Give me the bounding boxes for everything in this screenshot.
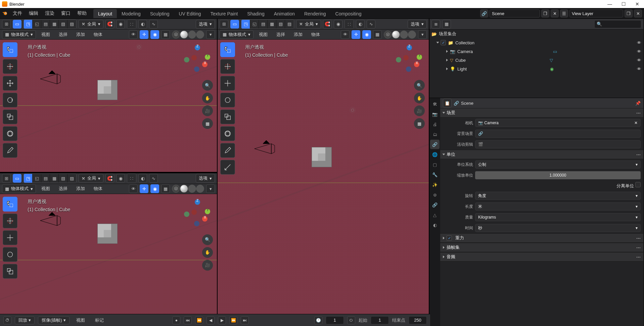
tab-scene-icon[interactable]: 🔗 <box>430 140 440 149</box>
select-box-tool[interactable] <box>3 42 17 57</box>
vp-menu-object[interactable]: 物体 <box>90 32 106 38</box>
options-dropdown[interactable]: 选项▾ <box>196 20 215 29</box>
default-light[interactable] <box>134 42 144 52</box>
nav-gizmo[interactable]: ZYX <box>396 45 423 72</box>
rotate-tool[interactable] <box>3 93 17 107</box>
select-tool-toggle-icon[interactable]: ▭ <box>13 174 21 183</box>
timeline-view[interactable]: 视图 <box>73 317 88 323</box>
tab-modeling[interactable]: Modeling <box>117 9 145 18</box>
keyframe-prev-icon[interactable]: ⏪ <box>195 316 203 324</box>
panel-gravity[interactable]: ✓重力⋯ <box>440 233 643 243</box>
autokey-icon[interactable]: ● <box>172 316 180 324</box>
cursor-tool[interactable] <box>3 214 17 228</box>
unit-scale-field[interactable]: 1.000000 <box>475 171 641 179</box>
camera-view-icon[interactable]: 🎥 <box>202 105 213 116</box>
cursor-tool[interactable] <box>3 59 17 74</box>
timeline-marker[interactable]: 标记 <box>92 317 107 323</box>
tab-rendering[interactable]: Rendering <box>300 9 331 18</box>
blender-logo-icon[interactable] <box>0 8 9 18</box>
window-close-icon[interactable]: ✕ <box>635 1 639 7</box>
shading-modes[interactable]: ⦾ <box>172 31 204 39</box>
extra-icon[interactable]: ◐ <box>138 20 147 29</box>
zoom-icon[interactable]: 🔍 <box>202 80 213 91</box>
scale-tool[interactable] <box>3 264 17 279</box>
default-camera[interactable] <box>37 212 57 226</box>
vp-menu-select[interactable]: 选择 <box>55 32 71 38</box>
tab-material-icon[interactable]: ◐ <box>430 220 440 230</box>
play-reverse-icon[interactable]: ◀ <box>206 316 215 324</box>
scale-tool[interactable] <box>220 109 235 124</box>
keyframe-next-icon[interactable]: ⏩ <box>229 316 237 324</box>
rotate-tool[interactable] <box>3 247 17 262</box>
tab-layout[interactable]: Layout <box>93 9 117 18</box>
visible-icon[interactable]: 👁 <box>637 66 641 72</box>
tab-constraints-icon[interactable]: 🔗 <box>430 200 440 209</box>
tab-modifier-icon[interactable]: 🔧 <box>430 170 440 179</box>
orientation-dropdown[interactable]: ⤧全局▾ <box>296 20 321 29</box>
tab-shading[interactable]: Shading <box>242 9 269 18</box>
outliner-item-camera[interactable]: 📷Camera▭👁 <box>429 47 643 56</box>
tab-viewlayer-icon[interactable]: 🗂 <box>430 130 440 139</box>
nav-gizmo[interactable]: ZYX <box>184 199 211 226</box>
cursor-tool[interactable] <box>220 59 235 74</box>
visible-icon[interactable]: 👁 <box>637 40 641 45</box>
transform-tool[interactable] <box>220 126 235 141</box>
display-mode-icon[interactable]: ▦ <box>442 20 451 29</box>
tab-compositing[interactable]: Compositing <box>331 9 366 18</box>
tab-mesh-icon[interactable]: △ <box>430 210 440 220</box>
zoom-icon[interactable]: 🔍 <box>202 234 213 245</box>
default-cube[interactable] <box>97 80 118 100</box>
delete-viewlayer-icon[interactable]: ✕ <box>634 9 642 17</box>
viewlayer-name-field[interactable]: View Layer <box>569 9 623 17</box>
persp-ortho-icon[interactable]: ▦ <box>414 118 425 129</box>
delete-scene-icon[interactable]: ✕ <box>551 9 559 17</box>
default-light[interactable] <box>347 105 357 115</box>
tab-sculpting[interactable]: Sculpting <box>145 9 174 18</box>
annotate-tool[interactable] <box>220 143 235 158</box>
scale-tool[interactable] <box>3 109 17 124</box>
measure-tool[interactable] <box>220 160 235 175</box>
panel-audio[interactable]: 音频⋯ <box>440 252 643 262</box>
shading-drop-icon[interactable]: ▾ <box>206 30 215 39</box>
rotation-unit-field[interactable]: 角度▾ <box>475 192 641 200</box>
tab-animation[interactable]: Animation <box>269 9 300 18</box>
new-viewlayer-icon[interactable]: ❐ <box>625 9 633 17</box>
separate-units-checkbox[interactable] <box>635 182 641 187</box>
tab-physics-icon[interactable]: ⊚ <box>430 190 440 199</box>
outliner-collection[interactable]: ✓📁Collection👁 <box>429 38 643 47</box>
default-cube[interactable] <box>312 147 332 167</box>
unit-system-field[interactable]: 公制▾ <box>475 160 641 169</box>
start-frame-field[interactable]: 1 <box>371 316 389 324</box>
editor-type-icon[interactable]: ⊞ <box>2 20 11 29</box>
visible-icon[interactable]: 👁 <box>637 49 641 54</box>
editor-type-icon[interactable]: ⊞ <box>220 20 228 29</box>
orientation-dropdown[interactable]: ⤧全局▾ <box>79 174 103 183</box>
length-unit-field[interactable]: 米▾ <box>475 202 641 211</box>
new-scene-icon[interactable]: ❐ <box>541 9 549 17</box>
pivot-icon[interactable]: ⸬ <box>127 20 136 29</box>
tab-render-icon[interactable]: 📷 <box>430 109 440 119</box>
mode-dropdown[interactable]: ▦物体模式▾ <box>220 30 254 39</box>
editor-type-icon[interactable]: 📋 <box>443 99 452 107</box>
window-maximize-icon[interactable]: ☐ <box>622 1 626 7</box>
tab-object-icon[interactable]: ▢ <box>430 160 440 169</box>
move-tool[interactable] <box>3 76 17 91</box>
vp-c-canvas[interactable]: 用户透视(1) Collection | Cube ZYX 🔍✋🎥▦ <box>218 40 429 326</box>
snap-icon[interactable]: 🧲 <box>105 20 114 29</box>
options-dropdown[interactable]: 选项▾ <box>408 20 427 29</box>
menu-edit[interactable]: 编辑 <box>26 10 42 16</box>
camera-view-icon[interactable]: 🎥 <box>202 260 213 271</box>
select-tool-toggle-icon[interactable]: ▭ <box>13 20 21 29</box>
tab-uv-editing[interactable]: UV Editing <box>174 9 205 18</box>
rotate-tool[interactable] <box>220 93 235 107</box>
current-frame-field[interactable]: 1 <box>326 316 344 324</box>
pan-icon[interactable]: ✋ <box>202 247 213 258</box>
orientation-dropdown[interactable]: ⤧全局▾ <box>79 20 103 29</box>
mode-dropdown[interactable]: ▦物体模式▾ <box>2 30 36 39</box>
select-box-tool[interactable] <box>220 42 235 57</box>
time-unit-field[interactable]: 秒▾ <box>475 224 641 232</box>
editor-type-icon[interactable]: ⊞ <box>2 174 11 183</box>
editor-type-icon[interactable]: ⏱ <box>3 316 11 324</box>
gizmo-icon[interactable]: ✛ <box>140 30 148 39</box>
vp-a-canvas[interactable]: 用户透视 (1) Collection | Cube Z Y X <box>0 40 217 172</box>
